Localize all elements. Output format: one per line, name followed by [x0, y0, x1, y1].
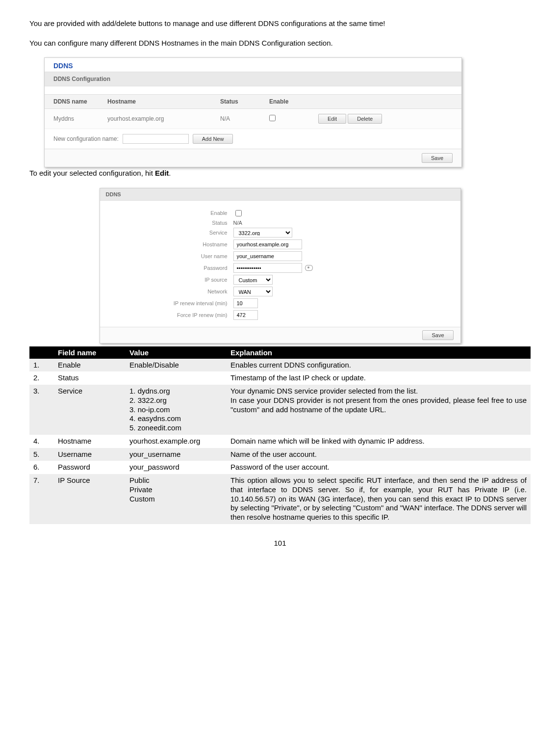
label-status: Status — [100, 220, 233, 226]
col-ddns-name: DDNS name — [53, 98, 107, 105]
label-hostname: Hostname — [100, 241, 233, 247]
enable-checkbox[interactable] — [269, 115, 276, 121]
panel-title: DDNS — [45, 58, 461, 72]
new-config-label: New configuration name: — [53, 135, 119, 142]
intro-paragraph-1: You are provided with add/delete buttons… — [29, 19, 531, 28]
new-config-row: New configuration name: Add New — [45, 129, 461, 149]
list-header-row: DDNS name Hostname Status Enable — [45, 94, 461, 109]
field-explanation-table: Field name Value Explanation 1.EnableEna… — [29, 346, 531, 524]
intro-paragraph-2: You can configure many different DDNS Ho… — [29, 38, 531, 48]
add-new-button[interactable]: Add New — [193, 134, 233, 144]
list-row: Myddns yourhost.example.org N/A Edit Del… — [45, 109, 461, 129]
label-iprenew: IP renew interval (min) — [100, 300, 233, 306]
hostname-input[interactable] — [233, 239, 302, 249]
cell-status: N/A — [220, 115, 269, 122]
edit-button[interactable]: Edit — [318, 114, 346, 124]
value-status: N/A — [233, 220, 460, 226]
new-config-input[interactable] — [123, 134, 189, 144]
ipsource-select[interactable]: Custom — [233, 275, 273, 285]
panel-subtitle: DDNS Configuration — [45, 72, 461, 86]
col-enable: Enable — [269, 98, 318, 105]
cell-ddns-name: Myddns — [53, 115, 107, 122]
label-network: Network — [100, 289, 233, 294]
th-num — [29, 346, 54, 359]
label-ipsource: IP source — [100, 277, 233, 283]
th-field: Field name — [54, 346, 126, 359]
label-password: Password — [100, 265, 233, 271]
table-row: 7.IP SourcePublic Private CustomThis opt… — [29, 474, 531, 524]
table-row: 1.EnableEnable/DisableEnables current DD… — [29, 359, 531, 372]
th-value: Value — [126, 346, 227, 359]
col-hostname: Hostname — [107, 98, 220, 105]
ddns-list-screenshot: DDNS DDNS Configuration DDNS name Hostna… — [44, 57, 462, 167]
username-input[interactable] — [233, 251, 302, 261]
save-button[interactable]: Save — [422, 153, 453, 163]
table-row: 4.Hostnameyourhost.example.orgDomain nam… — [29, 435, 531, 448]
col-status: Status — [220, 98, 269, 105]
table-row: 2.StatusTimestamp of the last IP check o… — [29, 371, 531, 385]
label-enable: Enable — [100, 210, 233, 216]
service-select[interactable]: 3322.org — [233, 228, 292, 238]
cell-hostname: yourhost.example.org — [107, 115, 220, 122]
label-username: User name — [100, 253, 233, 259]
iprenew-input[interactable] — [233, 298, 258, 308]
page-number: 101 — [29, 539, 531, 547]
table-row: 5.Usernameyour_usernameName of the user … — [29, 448, 531, 461]
show-password-icon[interactable] — [305, 265, 313, 271]
save-button-edit[interactable]: Save — [422, 330, 453, 340]
password-input[interactable] — [233, 263, 302, 273]
edit-instruction: To edit your selected configuration, hit… — [29, 168, 531, 178]
network-select[interactable]: WAN — [233, 287, 273, 296]
label-service: Service — [100, 230, 233, 236]
enable-checkbox-edit[interactable] — [235, 210, 242, 216]
table-row: 6.Passwordyour_passwordPassword of the u… — [29, 461, 531, 474]
forceip-input[interactable] — [233, 310, 258, 320]
table-row: 3.Service1. dydns.org 2. 3322.org 3. no-… — [29, 385, 531, 435]
label-forceip: Force IP renew (min) — [100, 312, 233, 318]
edit-panel-title: DDNS — [100, 188, 460, 201]
ddns-edit-screenshot: DDNS Enable Status N/A Service 3322.org … — [100, 188, 461, 344]
delete-button[interactable]: Delete — [348, 114, 382, 124]
th-explanation: Explanation — [227, 346, 531, 359]
